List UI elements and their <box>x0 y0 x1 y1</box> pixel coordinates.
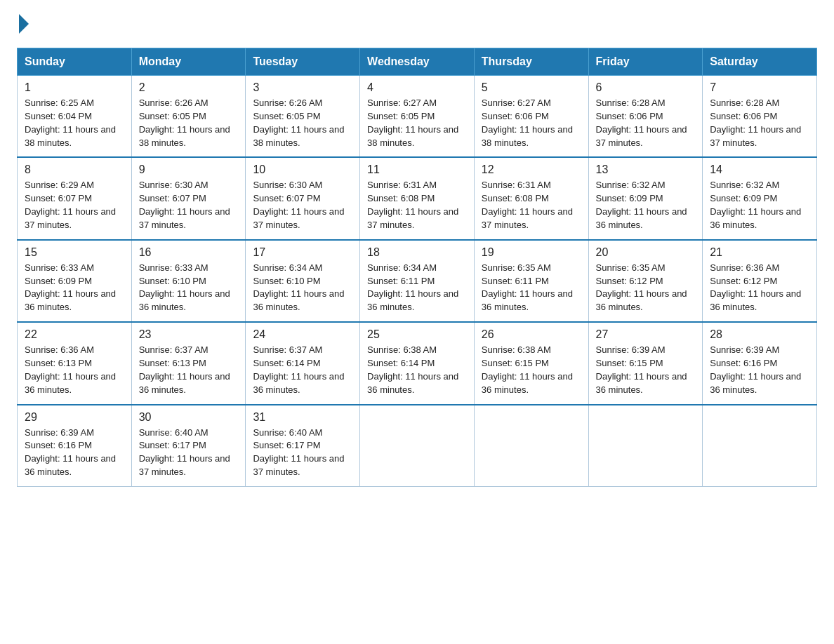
day-info: Sunrise: 6:36 AMSunset: 6:13 PMDaylight:… <box>25 344 124 396</box>
weekday-header-friday: Friday <box>588 48 703 76</box>
calendar-cell <box>588 405 703 487</box>
calendar-cell: 22Sunrise: 6:36 AMSunset: 6:13 PMDayligh… <box>18 322 132 404</box>
calendar-body: 1Sunrise: 6:25 AMSunset: 6:04 PMDaylight… <box>18 76 817 487</box>
calendar-cell <box>474 405 588 487</box>
day-number: 15 <box>25 246 124 259</box>
weekday-header-thursday: Thursday <box>474 48 588 76</box>
day-info: Sunrise: 6:37 AMSunset: 6:13 PMDaylight:… <box>139 344 239 396</box>
calendar-cell: 31Sunrise: 6:40 AMSunset: 6:17 PMDayligh… <box>246 405 360 487</box>
calendar-cell: 1Sunrise: 6:25 AMSunset: 6:04 PMDaylight… <box>18 76 132 158</box>
day-number: 27 <box>596 328 696 341</box>
day-info: Sunrise: 6:28 AMSunset: 6:06 PMDaylight:… <box>596 97 696 149</box>
day-number: 19 <box>482 246 581 259</box>
calendar-week-row: 1Sunrise: 6:25 AMSunset: 6:04 PMDaylight… <box>18 76 817 158</box>
day-info: Sunrise: 6:31 AMSunset: 6:08 PMDaylight:… <box>482 179 581 232</box>
day-number: 23 <box>139 328 239 341</box>
weekday-header-monday: Monday <box>131 48 246 76</box>
day-number: 4 <box>367 81 467 94</box>
day-number: 20 <box>596 246 696 259</box>
day-number: 9 <box>139 163 239 176</box>
weekday-header-tuesday: Tuesday <box>246 48 360 76</box>
calendar-table: SundayMondayTuesdayWednesdayThursdayFrid… <box>17 48 817 487</box>
day-number: 16 <box>139 246 239 259</box>
day-info: Sunrise: 6:33 AMSunset: 6:09 PMDaylight:… <box>25 262 124 314</box>
day-number: 18 <box>367 246 467 259</box>
day-info: Sunrise: 6:28 AMSunset: 6:06 PMDaylight:… <box>710 97 809 149</box>
day-info: Sunrise: 6:37 AMSunset: 6:14 PMDaylight:… <box>253 344 352 396</box>
weekday-header-row: SundayMondayTuesdayWednesdayThursdayFrid… <box>18 48 817 76</box>
day-number: 12 <box>482 163 581 176</box>
day-info: Sunrise: 6:31 AMSunset: 6:08 PMDaylight:… <box>367 179 467 232</box>
calendar-cell: 13Sunrise: 6:32 AMSunset: 6:09 PMDayligh… <box>588 157 703 239</box>
day-info: Sunrise: 6:32 AMSunset: 6:09 PMDaylight:… <box>710 179 809 232</box>
day-number: 25 <box>367 328 467 341</box>
day-number: 31 <box>253 411 352 424</box>
calendar-cell: 10Sunrise: 6:30 AMSunset: 6:07 PMDayligh… <box>246 157 360 239</box>
calendar-week-row: 22Sunrise: 6:36 AMSunset: 6:13 PMDayligh… <box>18 322 817 404</box>
calendar-cell <box>703 405 817 487</box>
day-number: 28 <box>710 328 809 341</box>
day-info: Sunrise: 6:25 AMSunset: 6:04 PMDaylight:… <box>25 97 124 149</box>
day-info: Sunrise: 6:30 AMSunset: 6:07 PMDaylight:… <box>253 179 352 232</box>
day-number: 21 <box>710 246 809 259</box>
day-info: Sunrise: 6:39 AMSunset: 6:16 PMDaylight:… <box>710 344 809 396</box>
day-number: 14 <box>710 163 809 176</box>
day-number: 24 <box>253 328 352 341</box>
calendar-cell: 26Sunrise: 6:38 AMSunset: 6:15 PMDayligh… <box>474 322 588 404</box>
calendar-cell: 25Sunrise: 6:38 AMSunset: 6:14 PMDayligh… <box>360 322 475 404</box>
day-number: 2 <box>139 81 239 94</box>
day-number: 7 <box>710 81 809 94</box>
day-number: 5 <box>482 81 581 94</box>
day-number: 11 <box>367 163 467 176</box>
day-info: Sunrise: 6:40 AMSunset: 6:17 PMDaylight:… <box>253 427 352 479</box>
day-number: 13 <box>596 163 696 176</box>
day-info: Sunrise: 6:27 AMSunset: 6:05 PMDaylight:… <box>367 97 467 149</box>
day-info: Sunrise: 6:34 AMSunset: 6:10 PMDaylight:… <box>253 262 352 314</box>
weekday-header-saturday: Saturday <box>703 48 817 76</box>
day-number: 3 <box>253 81 352 94</box>
day-info: Sunrise: 6:35 AMSunset: 6:12 PMDaylight:… <box>596 262 696 314</box>
day-info: Sunrise: 6:39 AMSunset: 6:15 PMDaylight:… <box>596 344 696 396</box>
page-header <box>17 17 817 34</box>
day-number: 10 <box>253 163 352 176</box>
calendar-cell <box>360 405 475 487</box>
calendar-cell: 19Sunrise: 6:35 AMSunset: 6:11 PMDayligh… <box>474 240 588 322</box>
weekday-header-wednesday: Wednesday <box>360 48 475 76</box>
calendar-cell: 2Sunrise: 6:26 AMSunset: 6:05 PMDaylight… <box>131 76 246 158</box>
day-number: 8 <box>25 163 124 176</box>
calendar-cell: 12Sunrise: 6:31 AMSunset: 6:08 PMDayligh… <box>474 157 588 239</box>
day-info: Sunrise: 6:38 AMSunset: 6:15 PMDaylight:… <box>482 344 581 396</box>
day-number: 29 <box>25 411 124 424</box>
day-info: Sunrise: 6:34 AMSunset: 6:11 PMDaylight:… <box>367 262 467 314</box>
day-number: 17 <box>253 246 352 259</box>
calendar-cell: 20Sunrise: 6:35 AMSunset: 6:12 PMDayligh… <box>588 240 703 322</box>
logo <box>17 17 32 34</box>
day-info: Sunrise: 6:36 AMSunset: 6:12 PMDaylight:… <box>710 262 809 314</box>
calendar-cell: 8Sunrise: 6:29 AMSunset: 6:07 PMDaylight… <box>18 157 132 239</box>
calendar-week-row: 15Sunrise: 6:33 AMSunset: 6:09 PMDayligh… <box>18 240 817 322</box>
weekday-header-sunday: Sunday <box>18 48 132 76</box>
day-info: Sunrise: 6:27 AMSunset: 6:06 PMDaylight:… <box>482 97 581 149</box>
day-info: Sunrise: 6:39 AMSunset: 6:16 PMDaylight:… <box>25 427 124 479</box>
day-number: 30 <box>139 411 239 424</box>
calendar-cell: 23Sunrise: 6:37 AMSunset: 6:13 PMDayligh… <box>131 322 246 404</box>
calendar-cell: 21Sunrise: 6:36 AMSunset: 6:12 PMDayligh… <box>703 240 817 322</box>
day-info: Sunrise: 6:38 AMSunset: 6:14 PMDaylight:… <box>367 344 467 396</box>
calendar-cell: 27Sunrise: 6:39 AMSunset: 6:15 PMDayligh… <box>588 322 703 404</box>
day-info: Sunrise: 6:33 AMSunset: 6:10 PMDaylight:… <box>139 262 239 314</box>
logo-arrow-icon <box>19 14 29 34</box>
day-number: 26 <box>482 328 581 341</box>
calendar-cell: 30Sunrise: 6:40 AMSunset: 6:17 PMDayligh… <box>131 405 246 487</box>
day-info: Sunrise: 6:26 AMSunset: 6:05 PMDaylight:… <box>253 97 352 149</box>
calendar-cell: 5Sunrise: 6:27 AMSunset: 6:06 PMDaylight… <box>474 76 588 158</box>
calendar-cell: 29Sunrise: 6:39 AMSunset: 6:16 PMDayligh… <box>18 405 132 487</box>
calendar-cell: 3Sunrise: 6:26 AMSunset: 6:05 PMDaylight… <box>246 76 360 158</box>
calendar-cell: 24Sunrise: 6:37 AMSunset: 6:14 PMDayligh… <box>246 322 360 404</box>
calendar-cell: 7Sunrise: 6:28 AMSunset: 6:06 PMDaylight… <box>703 76 817 158</box>
calendar-cell: 28Sunrise: 6:39 AMSunset: 6:16 PMDayligh… <box>703 322 817 404</box>
calendar-cell: 15Sunrise: 6:33 AMSunset: 6:09 PMDayligh… <box>18 240 132 322</box>
calendar-cell: 11Sunrise: 6:31 AMSunset: 6:08 PMDayligh… <box>360 157 475 239</box>
day-number: 1 <box>25 81 124 94</box>
day-number: 6 <box>596 81 696 94</box>
calendar-cell: 9Sunrise: 6:30 AMSunset: 6:07 PMDaylight… <box>131 157 246 239</box>
